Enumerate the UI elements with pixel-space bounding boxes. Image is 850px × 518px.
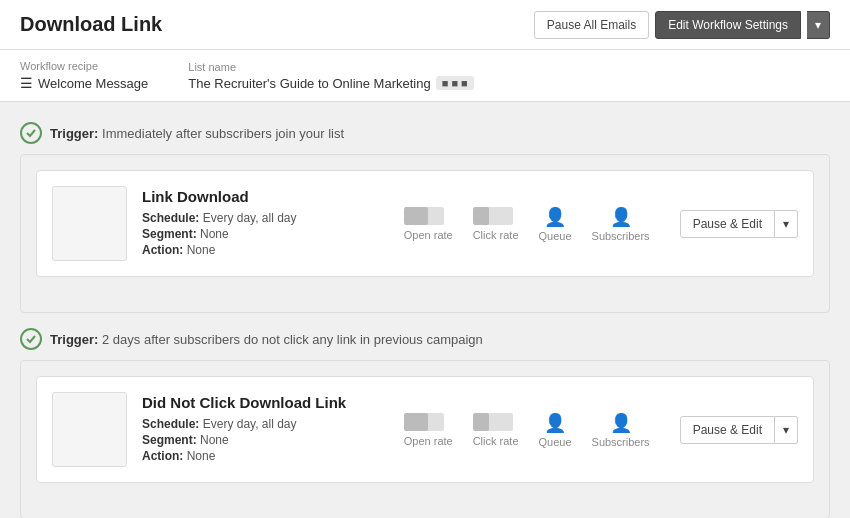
email-card-1-wrapper: Link Download Schedule: Every day, all d…	[20, 154, 830, 313]
card-2-dropdown-arrow[interactable]: ▾	[775, 416, 798, 444]
top-actions: Pause All Emails Edit Workflow Settings …	[534, 11, 830, 39]
stat-click-rate-2: Click rate	[473, 413, 519, 447]
trigger-1-row: Trigger: Immediately after subscribers j…	[20, 122, 830, 144]
list-tag: ■ ■ ■	[436, 76, 474, 90]
subscribers-icon-1: 👤	[592, 206, 650, 228]
email-info-2: Did Not Click Download Link Schedule: Ev…	[142, 394, 389, 465]
trigger-2-row: Trigger: 2 days after subscribers do not…	[20, 328, 830, 350]
email-2-action: Action: None	[142, 449, 389, 463]
email-1-action: Action: None	[142, 243, 389, 257]
pause-all-button[interactable]: Pause All Emails	[534, 11, 649, 39]
email-thumbnail-1	[52, 186, 127, 261]
workflow-recipe-meta: Workflow recipe ☰ Welcome Message	[20, 60, 148, 91]
stat-subscribers-2: 👤 Subscribers	[592, 412, 650, 448]
click-rate-bar-2	[473, 413, 513, 431]
email-2-schedule: Schedule: Every day, all day	[142, 417, 389, 431]
card-1-actions: Pause & Edit ▾	[680, 210, 798, 238]
email-card-2: Did Not Click Download Link Schedule: Ev…	[36, 376, 814, 483]
queue-label-2: Queue	[539, 436, 572, 448]
email-card-2-wrapper: Did Not Click Download Link Schedule: Ev…	[20, 360, 830, 518]
meta-bar: Workflow recipe ☰ Welcome Message List n…	[0, 50, 850, 102]
trigger-1-text: Trigger: Immediately after subscribers j…	[50, 126, 344, 141]
open-rate-bar-1	[404, 207, 444, 225]
stat-click-rate-1: Click rate	[473, 207, 519, 241]
stats-area-2: Open rate Click rate 👤 Queue 👤 Subscribe…	[404, 412, 650, 448]
workflow-icon: ☰	[20, 75, 33, 91]
workflow-recipe-value: ☰ Welcome Message	[20, 75, 148, 91]
trigger-2-text: Trigger: 2 days after subscribers do not…	[50, 332, 483, 347]
queue-icon-1: 👤	[539, 206, 572, 228]
subscribers-label-2: Subscribers	[592, 436, 650, 448]
pause-edit-1-button[interactable]: Pause & Edit	[680, 210, 775, 238]
pause-edit-2-button[interactable]: Pause & Edit	[680, 416, 775, 444]
queue-label-1: Queue	[539, 230, 572, 242]
stat-open-rate-1: Open rate	[404, 207, 453, 241]
top-bar: Download Link Pause All Emails Edit Work…	[0, 0, 850, 50]
edit-workflow-button[interactable]: Edit Workflow Settings	[655, 11, 801, 39]
click-rate-label-2: Click rate	[473, 435, 519, 447]
main-content: Trigger: Immediately after subscribers j…	[0, 102, 850, 518]
card-2-actions: Pause & Edit ▾	[680, 416, 798, 444]
click-rate-label-1: Click rate	[473, 229, 519, 241]
trigger-1-check	[20, 122, 42, 144]
email-1-segment: Segment: None	[142, 227, 389, 241]
page-title: Download Link	[20, 13, 162, 36]
open-rate-label-2: Open rate	[404, 435, 453, 447]
edit-workflow-dropdown-arrow[interactable]: ▾	[807, 11, 830, 39]
open-rate-bar-2	[404, 413, 444, 431]
email-1-schedule: Schedule: Every day, all day	[142, 211, 389, 225]
click-rate-bar-1	[473, 207, 513, 225]
list-name-label: List name	[188, 61, 473, 73]
email-card-1: Link Download Schedule: Every day, all d…	[36, 170, 814, 277]
email-2-name: Did Not Click Download Link	[142, 394, 389, 411]
email-2-segment: Segment: None	[142, 433, 389, 447]
list-name-value: The Recruiter's Guide to Online Marketin…	[188, 76, 473, 91]
stat-queue-1: 👤 Queue	[539, 206, 572, 242]
stat-subscribers-1: 👤 Subscribers	[592, 206, 650, 242]
card-1-dropdown-arrow[interactable]: ▾	[775, 210, 798, 238]
trigger-2-check	[20, 328, 42, 350]
email-thumbnail-2	[52, 392, 127, 467]
subscribers-icon-2: 👤	[592, 412, 650, 434]
email-1-name: Link Download	[142, 188, 389, 205]
queue-icon-2: 👤	[539, 412, 572, 434]
open-rate-label-1: Open rate	[404, 229, 453, 241]
email-info-1: Link Download Schedule: Every day, all d…	[142, 188, 389, 259]
stat-queue-2: 👤 Queue	[539, 412, 572, 448]
subscribers-label-1: Subscribers	[592, 230, 650, 242]
stat-open-rate-2: Open rate	[404, 413, 453, 447]
list-name-meta: List name The Recruiter's Guide to Onlin…	[188, 61, 473, 91]
workflow-recipe-label: Workflow recipe	[20, 60, 148, 72]
stats-area-1: Open rate Click rate 👤 Queue 👤 Subscribe…	[404, 206, 650, 242]
